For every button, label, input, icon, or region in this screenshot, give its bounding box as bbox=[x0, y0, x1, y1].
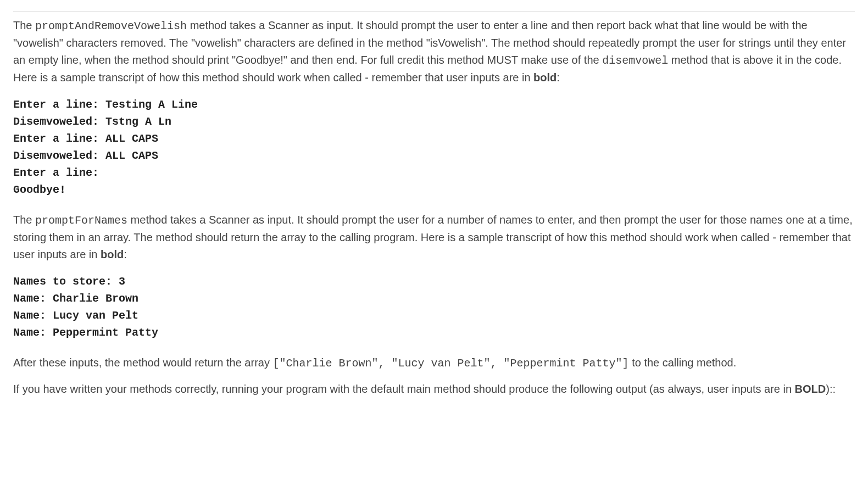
text: The bbox=[13, 19, 35, 31]
prompt: Enter a line: bbox=[13, 166, 99, 179]
prompt: Name: bbox=[13, 326, 53, 339]
text: The bbox=[13, 214, 35, 226]
paragraph-2: The promptForNames method takes a Scanne… bbox=[13, 211, 855, 263]
output-line: Disemvoweled: ALL CAPS bbox=[13, 149, 158, 162]
prompt: Enter a line: bbox=[13, 132, 105, 145]
array-literal: ["Charlie Brown", "Lucy van Pelt", "Pepp… bbox=[272, 357, 628, 370]
output-line: Disemvoweled: Tstng A Ln bbox=[13, 115, 171, 128]
transcript-1: Enter a line: Testing A Line Disemvowele… bbox=[13, 96, 855, 198]
text: ):: bbox=[826, 383, 836, 395]
prompt: Enter a line: bbox=[13, 98, 105, 111]
text: After these inputs, the method would ret… bbox=[13, 357, 272, 369]
paragraph-3: After these inputs, the method would ret… bbox=[13, 354, 855, 372]
prompt: Name: bbox=[13, 292, 53, 305]
prompt: Names to store: bbox=[13, 275, 119, 288]
text: to the calling method. bbox=[629, 357, 737, 369]
method-name-promptAndRemoveVowelish: promptAndRemoveVowelish bbox=[35, 20, 187, 32]
bold-word: BOLD bbox=[795, 383, 826, 395]
user-input: Lucy van Pelt bbox=[53, 309, 138, 322]
bold-word: bold bbox=[101, 248, 124, 260]
user-input: ALL CAPS bbox=[105, 132, 158, 145]
paragraph-1: The promptAndRemoveVowelish method takes… bbox=[13, 11, 855, 86]
method-name-disemvowel: disemvowel bbox=[602, 54, 668, 67]
method-name-promptForNames: promptForNames bbox=[35, 214, 127, 227]
text: method takes a Scanner as input. It shou… bbox=[13, 214, 853, 260]
prompt: Name: bbox=[13, 309, 53, 322]
text: If you have written your methods correct… bbox=[13, 383, 795, 395]
transcript-2: Names to store: 3 Name: Charlie Brown Na… bbox=[13, 273, 855, 341]
user-input: Peppermint Patty bbox=[53, 326, 158, 339]
paragraph-4: If you have written your methods correct… bbox=[13, 381, 855, 398]
text: : bbox=[124, 248, 127, 260]
text: : bbox=[557, 71, 560, 84]
user-input: Testing A Line bbox=[105, 98, 198, 111]
user-input: Charlie Brown bbox=[53, 292, 138, 305]
output-line: Goodbye! bbox=[13, 183, 66, 196]
user-input: 3 bbox=[119, 275, 125, 288]
bold-word: bold bbox=[533, 71, 557, 84]
